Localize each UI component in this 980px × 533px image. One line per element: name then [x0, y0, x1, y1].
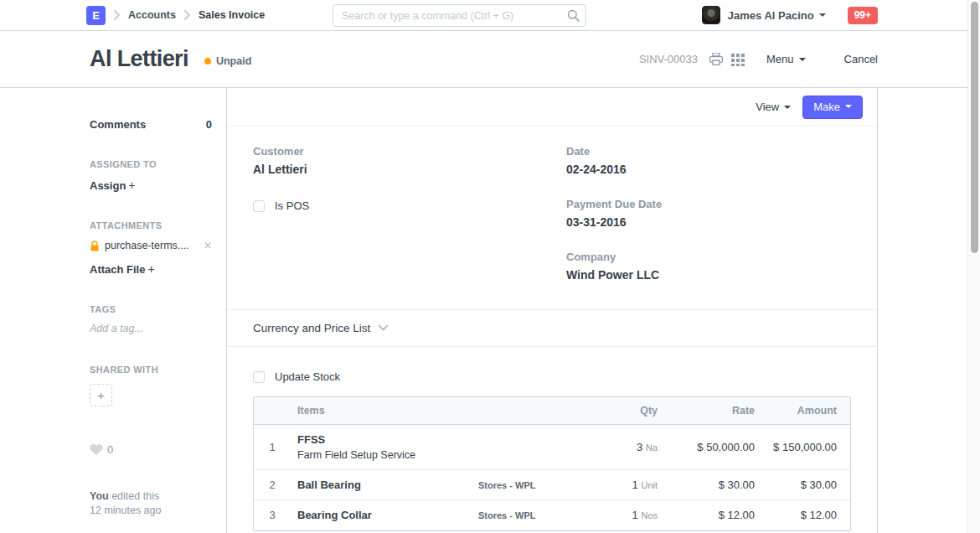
print-button[interactable] — [709, 53, 723, 65]
search-icon — [567, 9, 580, 22]
scrollbar-thumb[interactable] — [971, 2, 978, 253]
make-label: Make — [813, 101, 840, 113]
view-label: View — [756, 101, 779, 113]
attach-file-label: Attach File — [90, 263, 145, 276]
menu-button[interactable]: Menu — [766, 53, 806, 65]
caret-down-icon — [819, 13, 826, 17]
form-toolbar: View Make — [227, 88, 877, 127]
qty-value: 3 — [637, 441, 642, 453]
global-search — [333, 4, 586, 27]
payment-due-date-label: Payment Due Date — [566, 198, 851, 210]
update-stock-label: Update Stock — [275, 370, 340, 383]
row-index: 2 — [254, 479, 291, 491]
page-title: Al Lettieri — [90, 46, 188, 72]
tags-heading: TAGS — [90, 304, 212, 314]
currency-price-list-section-toggle[interactable]: Currency and Price List — [227, 309, 877, 347]
activity-who: You — [90, 490, 109, 502]
lock-icon — [90, 241, 100, 251]
breadcrumb-accounts[interactable]: Accounts — [128, 9, 176, 21]
is-pos-checkbox[interactable] — [253, 200, 265, 212]
table-row[interactable]: 1 FFSS Farm Field Setup Service 3 Na $ 5… — [254, 425, 850, 470]
company-value: Wind Power LLC — [566, 268, 851, 282]
activity-action: edited this — [111, 490, 159, 502]
customer-value: Al Lettieri — [253, 163, 538, 176]
add-tag-input[interactable]: Add a tag... — [90, 323, 212, 334]
left-column: Customer Al Lettieri Is POS — [253, 145, 538, 282]
printer-icon — [709, 53, 723, 65]
app-logo[interactable]: E — [86, 6, 106, 25]
plus-icon: + — [147, 262, 154, 276]
uom-label: Na — [646, 442, 658, 453]
invoice-details-section: Customer Al Lettieri Is POS Date 02-24-2… — [227, 127, 877, 309]
heart-icon[interactable] — [90, 444, 103, 456]
item-code: Ball Bearing — [297, 479, 465, 491]
rate-cell: $ 12.00 — [664, 509, 761, 521]
timeline-grid-button[interactable] — [731, 53, 745, 66]
attachments-heading: ATTACHMENTS — [90, 220, 212, 230]
user-avatar[interactable] — [702, 6, 720, 24]
user-menu[interactable]: James Al Pacino — [728, 9, 826, 22]
item-code: FFSS — [297, 433, 465, 446]
chevron-right-icon — [113, 10, 121, 20]
top-navbar: E Accounts Sales Invoice James Al Pacino… — [0, 0, 980, 31]
table-row[interactable]: 3 Bearing Collar Stores - WPL 1 Nos $ 12… — [254, 500, 850, 530]
currency-section-label: Currency and Price List — [253, 322, 370, 334]
table-row[interactable]: 2 Ball Bearing Stores - WPL 1 Unit $ 30.… — [254, 470, 850, 500]
row-index: 3 — [254, 509, 291, 521]
close-icon[interactable]: ✕ — [204, 240, 212, 251]
comments-count: 0 — [206, 118, 212, 131]
form-main-panel: View Make Customer Al Lettieri Is POS — [226, 88, 878, 533]
chevron-down-icon — [378, 324, 389, 332]
amount-cell: $ 150,000.00 — [761, 441, 850, 453]
attach-file-button[interactable]: Attach File+ — [90, 262, 212, 276]
view-button[interactable]: View — [756, 101, 791, 113]
customer-field[interactable]: Customer Al Lettieri — [253, 145, 538, 176]
date-field[interactable]: Date 02-24-2016 — [566, 145, 851, 176]
update-stock-field[interactable]: Update Stock — [253, 370, 851, 383]
qty-cell: 3 Na — [597, 441, 664, 453]
company-field[interactable]: Company Wind Power LLC — [566, 251, 851, 282]
cancel-button[interactable]: Cancel — [844, 53, 878, 65]
item-code: Bearing Collar — [297, 509, 465, 521]
warehouse-cell: Stores - WPL — [472, 480, 597, 490]
items-table-header: Items Qty Rate Amount — [254, 397, 850, 425]
status-dot-icon — [204, 58, 211, 65]
sidebar-item-comments[interactable]: Comments 0 — [90, 118, 212, 131]
vertical-scrollbar[interactable] — [967, 0, 980, 533]
assign-label: Assign — [90, 179, 126, 192]
like-count: 0 — [107, 443, 113, 456]
update-stock-checkbox[interactable] — [253, 371, 265, 383]
make-button[interactable]: Make — [802, 96, 863, 119]
is-pos-label: Is POS — [275, 199, 309, 212]
item-description: Farm Field Setup Service — [297, 449, 465, 461]
item-cell: Bearing Collar — [291, 509, 472, 521]
date-value: 02-24-2016 — [566, 163, 851, 176]
add-share-button[interactable]: + — [90, 384, 112, 406]
assigned-to-heading: ASSIGNED TO — [90, 159, 212, 169]
shared-with-heading: SHARED WITH — [90, 365, 212, 375]
rate-cell: $ 30.00 — [664, 479, 761, 491]
search-input[interactable] — [333, 4, 586, 27]
attachment-link[interactable]: purchase-terms.... — [105, 240, 200, 251]
customer-label: Customer — [253, 145, 538, 158]
form-sidebar: Comments 0 ASSIGNED TO Assign+ ATTACHMEN… — [90, 88, 212, 533]
qty-cell: 1 Nos — [597, 509, 664, 521]
is-pos-field[interactable]: Is POS — [253, 199, 538, 212]
breadcrumb-sales-invoice[interactable]: Sales Invoice — [199, 9, 265, 21]
notifications-badge[interactable]: 99+ — [848, 7, 878, 24]
comments-label: Comments — [90, 118, 146, 131]
grid-icon — [731, 53, 745, 66]
chevron-right-icon — [183, 10, 191, 20]
item-cell: Ball Bearing — [291, 479, 472, 491]
qty-value: 1 — [632, 509, 638, 521]
item-cell: FFSS Farm Field Setup Service — [291, 433, 472, 461]
payment-due-date-field[interactable]: Payment Due Date 03-31-2016 — [566, 198, 851, 229]
payment-due-date-value: 03-31-2016 — [566, 215, 851, 229]
caret-down-icon — [799, 58, 806, 61]
header-qty: Qty — [597, 405, 664, 417]
amount-cell: $ 30.00 — [761, 479, 850, 491]
date-label: Date — [566, 145, 851, 158]
header-rate: Rate — [664, 405, 761, 417]
right-column: Date 02-24-2016 Payment Due Date 03-31-2… — [566, 145, 851, 282]
assign-button[interactable]: Assign+ — [90, 179, 212, 192]
